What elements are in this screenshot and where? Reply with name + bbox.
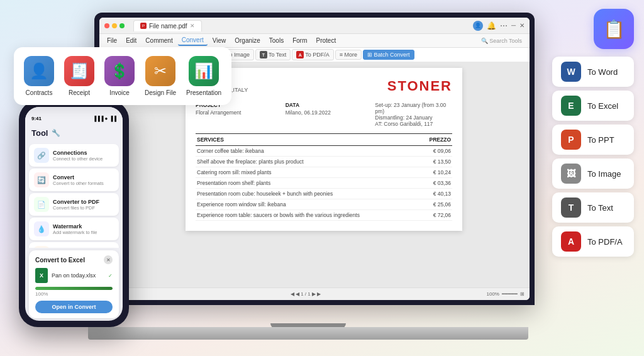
- phone-item-icon: 🔄: [34, 172, 49, 187]
- table-row: Experience room window sill: ikebana€ 25…: [196, 199, 452, 210]
- close-icon[interactable]: ✕: [519, 22, 525, 29]
- text-btn-icon: T: [561, 197, 581, 218]
- app-icon-invoice[interactable]: 💲 Invoice: [104, 56, 135, 96]
- zoom-level: 100%: [487, 291, 499, 297]
- active-tab[interactable]: P File name.pdf ✕: [133, 20, 202, 31]
- phone-item-sub: Add watermark to file: [53, 230, 114, 235]
- design-file-label: Design File: [145, 89, 176, 96]
- setup-col: Set-up: 23 January (from 3.00 pm) Disman…: [375, 102, 452, 127]
- to-ppt-button[interactable]: P To PPT: [552, 125, 634, 155]
- invoice-icon: 💲: [104, 56, 135, 86]
- phone-item-icon: 🔗: [34, 148, 49, 163]
- app-icon-contracts[interactable]: 👤 Contracts: [24, 56, 54, 96]
- phone-top-spacer: [25, 107, 123, 112]
- open-in-convert-button[interactable]: Open in Convert: [35, 301, 113, 313]
- fit-icon[interactable]: ⊞: [520, 291, 525, 297]
- maximize-dot[interactable]: [119, 23, 125, 28]
- close-dot[interactable]: [104, 23, 109, 28]
- check-icon: ✓: [108, 273, 113, 279]
- pdf-tab-icon: P: [140, 23, 147, 29]
- progress-bar-fill: [35, 287, 113, 290]
- phone-item-text: Convert Convert to other formats: [53, 174, 114, 186]
- menu-form[interactable]: Form: [289, 36, 311, 45]
- minimize-icon[interactable]: ─: [511, 22, 516, 29]
- menu-file[interactable]: File: [103, 36, 121, 45]
- laptop-base: [88, 327, 528, 340]
- phone-list: 🔗 Connections Connect to other device 🔄 …: [25, 142, 123, 248]
- title-bar: P File name.pdf ✕ 👤 🔔 ⋯ ─ ✕: [99, 18, 530, 34]
- menu-comment[interactable]: Comment: [142, 36, 176, 45]
- excel-file-icon: X: [35, 268, 48, 283]
- design-file-icon: ✂: [145, 56, 175, 86]
- to-image-label: To Image: [587, 169, 621, 179]
- phone-item-title: PDF Optimizer: [53, 248, 114, 248]
- convert-text-btn[interactable]: T To Text: [255, 49, 291, 60]
- service-price: € 09,06: [419, 146, 452, 157]
- menu-tools[interactable]: Tools: [265, 36, 287, 45]
- convert-pdfa-btn[interactable]: A To PDF/A: [292, 49, 334, 60]
- image-btn-icon: 🖼: [561, 164, 581, 184]
- data-col: DATA Milano, 06.19.2022: [286, 102, 363, 127]
- menu-edit[interactable]: Edit: [122, 36, 140, 45]
- phone-item-sub: Convert to other formats: [53, 181, 114, 186]
- convert-more-btn[interactable]: ≡ More: [335, 50, 362, 60]
- app-icon-receipt[interactable]: 🧾 Receipt: [64, 56, 94, 96]
- user-icon[interactable]: 👤: [473, 21, 483, 31]
- bell-icon[interactable]: 🔔: [487, 21, 496, 30]
- service-name: Presentation room cube: houseleek + bunc…: [196, 189, 419, 199]
- to-text-button[interactable]: T To Text: [552, 192, 634, 223]
- phone-item-text: Connections Connect to other device: [53, 150, 114, 162]
- to-ppt-label: To PPT: [587, 135, 614, 145]
- minimize-dot[interactable]: [112, 23, 117, 28]
- phone-item-icon: ⚙: [34, 246, 49, 248]
- app-icon-presentation[interactable]: 📊 Presentation: [186, 56, 221, 96]
- phone-list-item[interactable]: ⚙ PDF Optimizer Optimize PDF file size: [29, 242, 119, 248]
- to-word-button[interactable]: W To Word: [552, 57, 634, 87]
- more-icon[interactable]: ⋯: [500, 21, 508, 30]
- convert-card-close[interactable]: ✕: [104, 255, 113, 264]
- menu-bar: File Edit Comment Convert View Organize …: [99, 34, 530, 48]
- project-value: Floral Arrangement: [196, 109, 273, 116]
- menu-protect[interactable]: Protect: [313, 36, 340, 45]
- status-center: ◀ ◀ 1 / 1 ▶ ▶: [291, 291, 321, 297]
- service-price: € 25,06: [419, 199, 452, 210]
- app-icon-design-file[interactable]: ✂ Design File: [145, 56, 176, 96]
- tab-close-icon[interactable]: ✕: [190, 23, 195, 29]
- receipt-icon: 🧾: [64, 56, 94, 86]
- phone-time: 9:41: [31, 116, 42, 121]
- table-row: Experience room table: saucers or bowls …: [196, 210, 452, 221]
- to-image-button[interactable]: 🖼 To Image: [552, 159, 634, 189]
- phone-item-text: PDF Optimizer Optimize PDF file size: [53, 248, 114, 248]
- set-info: Set-up: 23 January (from 3.00 pm): [375, 102, 452, 114]
- pdf-meta: PROJECT Floral Arrangement DATA Milano, …: [196, 102, 452, 127]
- icons-panel: 👤 Contracts 🧾 Receipt 💲 Invoice ✂ Design…: [14, 47, 231, 105]
- menu-organize[interactable]: Organize: [231, 36, 264, 45]
- phone-list-item[interactable]: 🔗 Connections Connect to other device: [29, 144, 119, 167]
- batch-convert-btn[interactable]: ⊞ Batch Convert: [363, 50, 414, 60]
- phone-tool-icon: 🔧: [52, 129, 60, 137]
- service-price: € 40,13: [419, 189, 452, 199]
- phone: 9:41 ▐▐▐ ● ▐▐ Tool 🔧 🔗 Connections Conne…: [19, 101, 129, 327]
- phone-list-item[interactable]: 💧 Watermark Add watermark to file: [29, 218, 119, 240]
- file-name-label: Pan on today.xlsx: [52, 272, 96, 279]
- service-name: Experience room window sill: ikebana: [196, 199, 419, 210]
- phone-status-bar: 9:41 ▐▐▐ ● ▐▐: [25, 112, 123, 125]
- table-row: Catering room sill: mixed plants€ 10,24: [196, 167, 452, 178]
- services-col-header: SERVICES: [196, 134, 419, 146]
- to-excel-label: To Excel: [587, 101, 618, 111]
- search-tool[interactable]: 🔍 Search Tools: [477, 36, 526, 45]
- progress-value: 100%: [35, 291, 48, 297]
- data-value: Milano, 06.19.2022: [286, 109, 363, 116]
- at-info: AT: Corso Garibaldi, 117: [375, 121, 452, 127]
- service-price: € 13,50: [419, 157, 452, 167]
- convert-card-title: Convert to Excel: [35, 257, 85, 264]
- phone-list-item[interactable]: 📄 Converter to PDF Convert files to PDF: [29, 193, 119, 216]
- to-excel-button[interactable]: E To Excel: [552, 91, 634, 121]
- progress-bar-wrap: [35, 287, 113, 290]
- menu-convert[interactable]: Convert: [178, 35, 208, 46]
- phone-list-item[interactable]: 🔄 Convert Convert to other formats: [29, 169, 119, 191]
- to-pdfa-button[interactable]: A To PDF/A: [552, 226, 634, 257]
- menu-view[interactable]: View: [209, 36, 230, 45]
- batch-convert-label: ⊞ Batch Convert: [367, 52, 410, 58]
- zoom-slider[interactable]: ━━━━━: [502, 291, 518, 297]
